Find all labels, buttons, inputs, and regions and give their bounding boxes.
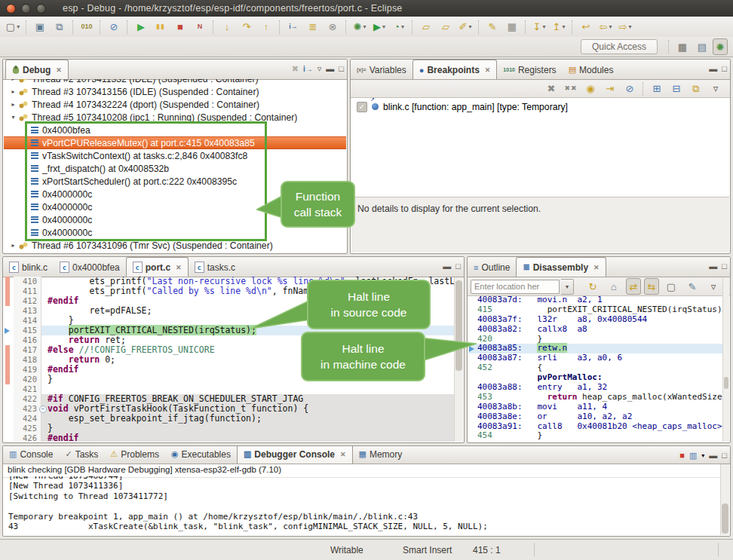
next-annotation-button[interactable]: ↧▾ xyxy=(530,19,548,35)
open-perspective-button[interactable]: ▦ xyxy=(673,38,692,55)
debug-button[interactable]: ✺▾ xyxy=(351,19,369,35)
tree-expand-icon[interactable]: ▸ xyxy=(8,242,18,249)
terminate-icon[interactable]: ■ xyxy=(679,451,685,460)
tree-expand-icon[interactable]: ▸ xyxy=(8,88,18,95)
show-breakpoints-supported-button[interactable]: ◉ xyxy=(581,81,600,97)
previous-annotation-button[interactable]: ↥▾ xyxy=(550,19,568,35)
tab-outline[interactable]: ≡Outline xyxy=(468,258,516,277)
unlink-button[interactable]: ⊗ xyxy=(324,19,342,35)
tab-tasks[interactable]: ✓Tasks xyxy=(59,445,104,464)
window-close-button[interactable] xyxy=(6,4,16,14)
dropdown-arrow-icon[interactable]: ▾ xyxy=(609,23,612,30)
new-disassembly-view-button[interactable]: ▢ xyxy=(662,278,680,295)
home-button[interactable]: ⌂ xyxy=(605,278,623,295)
instruction-stepping-button[interactable]: i→ xyxy=(284,19,302,35)
dropdown-arrow-icon[interactable]: ▾ xyxy=(17,23,20,30)
step-over-button[interactable]: ↷ xyxy=(238,19,256,35)
tree-expand-icon[interactable]: ▸ xyxy=(8,101,18,108)
tree-expand-icon[interactable]: ▸ xyxy=(8,79,18,82)
quick-access-button[interactable]: Quick Access xyxy=(581,39,658,54)
fold-collapse-icon[interactable]: − xyxy=(39,405,47,413)
minimize-icon[interactable]: ▬ xyxy=(709,65,717,73)
maximize-icon[interactable]: □ xyxy=(339,65,344,73)
dropdown-arrow-icon[interactable]: ▾ xyxy=(468,23,471,30)
pin-view-button[interactable]: ✎ xyxy=(683,278,701,295)
show-view-list-button[interactable]: ≣ xyxy=(304,19,322,35)
close-icon[interactable]: ✕ xyxy=(485,66,491,74)
suspend-button[interactable]: ▮▮ xyxy=(152,19,170,35)
save-button[interactable]: ▣ xyxy=(31,19,49,35)
cpp-perspective-button[interactable]: ▤ xyxy=(693,38,711,55)
breakpoint-checkbox[interactable]: ✓ xyxy=(357,102,367,112)
view-menu-icon[interactable]: ▿ xyxy=(317,65,322,73)
window-minimize-button[interactable] xyxy=(21,4,31,14)
tab-0x4000bfea[interactable]: c0x4000bfea xyxy=(54,258,126,277)
minimize-icon[interactable]: ▬ xyxy=(326,65,334,73)
dropdown-arrow-icon[interactable]: ▾ xyxy=(628,23,631,30)
tab-variables[interactable]: (x)=Variables xyxy=(351,60,413,79)
tree-expand-icon[interactable]: ▾ xyxy=(8,114,18,121)
open-resource-button[interactable]: ▱ xyxy=(437,19,455,35)
external-tools-button[interactable]: ✐▾ xyxy=(456,19,474,35)
display-selected-console-icon[interactable]: ▥ xyxy=(689,451,697,460)
tab-problems[interactable]: ⚠Problems xyxy=(104,445,165,464)
new-wizard-button[interactable]: ▢▾ xyxy=(4,19,22,35)
link-with-debug-button[interactable]: ⧉ xyxy=(687,81,705,97)
thread-row[interactable]: ▸Thread #2 1073411332 (IDLE) (Suspended … xyxy=(4,79,346,85)
remove-all-breakpoints-button[interactable]: ✖✖ xyxy=(562,81,580,97)
tab-debugger-console[interactable]: ▥Debugger Console✕ xyxy=(237,445,353,464)
view-menu-button[interactable]: ▿ xyxy=(704,278,722,295)
editor-line[interactable]: 424 esp_set_breakpoint_if_jtag(function)… xyxy=(4,414,454,424)
refresh-button[interactable]: ↻ xyxy=(584,278,602,295)
dropdown-arrow-icon[interactable]: ▾ xyxy=(363,23,366,30)
close-icon[interactable]: ✕ xyxy=(176,264,182,271)
thread-row[interactable]: ▾Thread #5 1073410208 (ipc1 : Running) (… xyxy=(4,111,346,124)
tab-disassembly[interactable]: ≣Disassembly✕ xyxy=(516,257,606,277)
window-maximize-button[interactable] xyxy=(36,4,46,14)
tab-blink-c[interactable]: cblink.c xyxy=(3,258,54,277)
minimize-icon[interactable]: ▬ xyxy=(443,262,451,271)
maximize-icon[interactable]: □ xyxy=(722,262,727,271)
thread-row[interactable]: ▸Thread #6 1073431096 (Tmr Svc) (Suspend… xyxy=(4,239,346,252)
tab-modules[interactable]: ▤Modules xyxy=(563,60,620,79)
profile-button[interactable]: ◔▾ xyxy=(390,19,408,35)
tab-tasks-c[interactable]: ctasks.c xyxy=(189,258,241,277)
upload-binary-button[interactable]: 010 xyxy=(78,19,96,35)
dropdown-arrow-icon[interactable]: ▾ xyxy=(562,23,565,30)
close-icon[interactable]: ✕ xyxy=(56,66,62,74)
save-all-button[interactable]: ⧉ xyxy=(51,19,69,35)
breakpoint-item[interactable]: ✓ ↗ blink.c [function: app_main] [type: … xyxy=(351,100,730,114)
step-into-button[interactable]: ↓ xyxy=(218,19,236,35)
disassembly-line[interactable]: or a2, a10, a10 xyxy=(468,441,723,442)
dropdown-arrow-icon[interactable]: ▾ xyxy=(382,23,385,30)
mark-occurrences-button[interactable]: ✎ xyxy=(483,19,501,35)
tab-breakpoints[interactable]: ●Breakpoints✕ xyxy=(413,60,498,79)
resume-button[interactable]: ▶ xyxy=(132,19,150,35)
last-edit-location-button[interactable]: ↩ xyxy=(577,19,595,35)
dropdown-arrow-icon[interactable]: ▾ xyxy=(542,23,545,30)
dropdown-arrow-icon[interactable]: ▾ xyxy=(401,23,404,30)
stack-frame-row[interactable]: 0x4000000c xyxy=(4,226,346,239)
terminate-button[interactable]: ■ xyxy=(171,19,189,35)
minimize-icon[interactable]: ▬ xyxy=(709,262,717,271)
skip-all-breakpoints-button[interactable]: ⊘ xyxy=(621,81,639,97)
dropdown-arrow-icon[interactable]: ▾ xyxy=(701,452,704,459)
close-icon[interactable]: ✕ xyxy=(340,451,346,458)
close-icon[interactable]: ✕ xyxy=(593,264,600,271)
location-input[interactable] xyxy=(471,280,560,294)
disassembly-listing[interactable]: 40083a7d: movi.n a2, 1415 portEXIT_CRITI… xyxy=(468,295,723,442)
console-scrollbar[interactable] xyxy=(720,464,729,535)
debug-perspective-button[interactable]: ✺ xyxy=(713,38,728,55)
disconnect-button[interactable]: N xyxy=(191,19,209,35)
skip-all-breakpoints-button[interactable]: ⊘ xyxy=(105,19,123,35)
back-button[interactable]: ⇦▾ xyxy=(597,19,615,35)
thread-row[interactable]: ▸Thread #4 1073432224 (dport) (Suspended… xyxy=(4,98,346,111)
maximize-icon[interactable]: □ xyxy=(722,65,727,73)
tab-memory[interactable]: ▦Memory xyxy=(353,445,409,464)
remove-all-terminated-icon[interactable]: ✖ xyxy=(292,65,299,73)
collapse-all-button[interactable]: ⊟ xyxy=(667,81,685,97)
minimize-icon[interactable]: ▬ xyxy=(709,451,717,460)
disassembly-scrollbar[interactable] xyxy=(722,277,729,442)
thread-row[interactable]: ▸Thread #3 1073413156 (IDLE) (Suspended … xyxy=(4,85,346,98)
step-return-button[interactable]: ↑ xyxy=(257,19,275,35)
